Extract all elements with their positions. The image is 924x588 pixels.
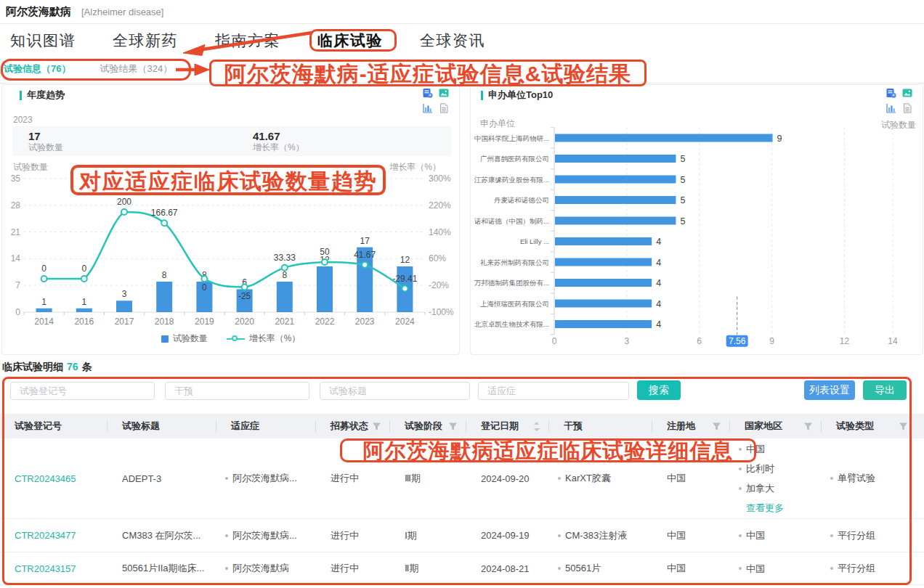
trend-point-2016[interactable] [81,276,87,282]
bar-value-label: 8 [162,270,167,280]
sponsor-bar-1[interactable] [555,155,676,163]
cell-intervention: KarXT胶囊 [549,438,652,518]
sponsor-bar-2[interactable] [555,176,676,184]
main-tab-1[interactable]: 全球新药 [113,30,178,51]
main-tab-3[interactable]: 临床试验 [317,30,383,51]
line-value-label: 0 [81,264,86,274]
cell-registration-number: CTR20243157 [0,552,108,584]
cell-registration-number: CTR20243465 [0,438,108,518]
trend-point-2018[interactable] [161,220,167,226]
sponsor-bar-4[interactable] [555,217,676,225]
x-axis-year-label: 2018 [155,317,174,327]
page-subtitle-english: [Alzheimer disease] [81,7,163,17]
country-line: 比利时 [739,459,774,478]
tab-trial-results[interactable]: 试验结果（324） [100,62,172,75]
cell-trial-phase: Ⅰ期 [390,519,466,552]
column-label: 招募状态 [331,420,368,433]
bullet-icon [739,534,742,537]
bullet-icon [558,477,561,480]
line-value-label: 0 [202,282,207,293]
main-tab-2[interactable]: 指南方案 [215,30,280,51]
left-axis-tick-label: 14 [11,253,21,264]
sponsor-value-label: 4 [656,278,661,288]
trial-title-input[interactable] [320,382,470,400]
cell-trial-type: 单臂试验 [822,438,924,518]
cell-trial-title: CM383 在阿尔茨... [108,519,216,552]
trend-bar-2014[interactable] [36,309,52,312]
registration-number-link[interactable]: CTR20243465 [15,473,76,484]
trend-bar-2021[interactable] [277,282,293,312]
sponsor-value-label: 5 [680,195,685,205]
sponsor-bar-8[interactable] [555,300,652,308]
trend-point-2023[interactable] [362,262,368,268]
column-label: 试验登记号 [15,420,62,433]
legend-line-label: 增长率（%） [249,332,301,345]
cell-countries: 中国 [730,519,822,552]
registration-number-link[interactable]: CTR20243477 [15,530,76,541]
cell-registration-place: 中国 [652,519,730,552]
registration-number-link[interactable]: CTR20243157 [15,563,76,574]
table-header-row: 试验登记号试验标题适应症招募状态试验阶段登记日期干预注册地国家地区试验类型 [0,414,924,438]
trend-bar-2022[interactable] [317,266,333,312]
x-axis-year-label: 2016 [74,317,94,327]
sponsor-bar-0[interactable] [555,134,773,142]
registration-number-input[interactable] [10,382,155,400]
bullet-icon [739,487,742,490]
bullet-icon [225,477,228,480]
value-axis-tick-label: 14 [888,336,898,346]
cell-countries: 中国比利时加拿大查看更多 [730,438,822,518]
x-axis-year-label: 2024 [395,317,415,327]
filter-funnel-icon[interactable] [448,422,458,431]
trend-point-2024[interactable] [402,286,408,292]
trend-point-2022[interactable] [322,259,328,265]
table-row-CTR20243157: CTR2024315750561片IIa期临床...阿尔茨海默病进行中Ⅱ期202… [0,552,924,585]
bullet-icon [225,534,228,537]
bullet-icon [558,567,561,570]
sponsor-category-label: 万邦德制药集团股份有... [474,279,549,287]
x-axis-year-label: 2017 [115,317,134,327]
trend-point-2014[interactable] [41,276,47,282]
sponsor-bar-6[interactable] [555,258,652,266]
column-header-1: 试验标题 [108,414,216,438]
country-line: 加拿大 [739,478,774,498]
right-axis-tick-label: -100% [429,307,454,317]
intervention-input[interactable] [165,382,309,400]
trend-point-2017[interactable] [121,209,127,215]
filter-funnel-icon[interactable] [712,422,721,431]
line-value-label: -29.41 [392,274,417,284]
indication-input[interactable] [478,382,629,400]
bullet-icon [830,534,833,537]
sponsor-value-label: 5 [680,175,685,185]
main-tab-0[interactable]: 知识图谱 [10,30,76,51]
trend-point-2020[interactable] [242,285,248,290]
column-header-5: 登记日期 [466,414,549,438]
column-label: 国家地区 [745,420,782,433]
tab-trial-info[interactable]: 试验信息（76） [4,62,70,75]
trend-bar-2017[interactable] [116,301,132,312]
cell-countries: 中国 [730,552,822,584]
main-tab-4[interactable]: 全球资讯 [420,30,485,51]
filter-funnel-icon[interactable] [372,422,381,431]
bar-value-label: 1 [81,297,86,307]
right-axis-tick-label: 140% [429,227,451,237]
search-button[interactable]: 搜索 [637,380,681,400]
trend-point-2021[interactable] [282,265,288,271]
legend-item-trial-count[interactable]: 试验数量 [161,332,208,345]
sponsor-bar-3[interactable] [555,196,676,204]
trend-bar-2018[interactable] [156,282,172,312]
sponsor-bar-9[interactable] [555,320,652,328]
column-label: 登记日期 [481,420,519,433]
trend-bar-2016[interactable] [76,309,92,312]
trend-point-2019[interactable] [201,276,207,282]
sort-icon[interactable] [532,421,540,432]
table-row-CTR20243477: CTR20243477CM383 在阿尔茨...阿尔茨海默病...进行中Ⅰ期20… [0,519,924,552]
view-more-link[interactable]: 查看更多 [746,498,784,518]
legend-item-growth-rate[interactable]: 增长率（%） [227,332,301,345]
export-button[interactable]: 导出 [863,380,907,400]
list-settings-button[interactable]: 列表设置 [804,380,855,400]
legend-bar-swatch [161,335,169,343]
filter-funnel-icon[interactable] [803,422,813,431]
sponsor-bar-5[interactable] [555,237,652,245]
filter-funnel-icon[interactable] [899,422,908,431]
sponsor-bar-7[interactable] [555,279,652,287]
